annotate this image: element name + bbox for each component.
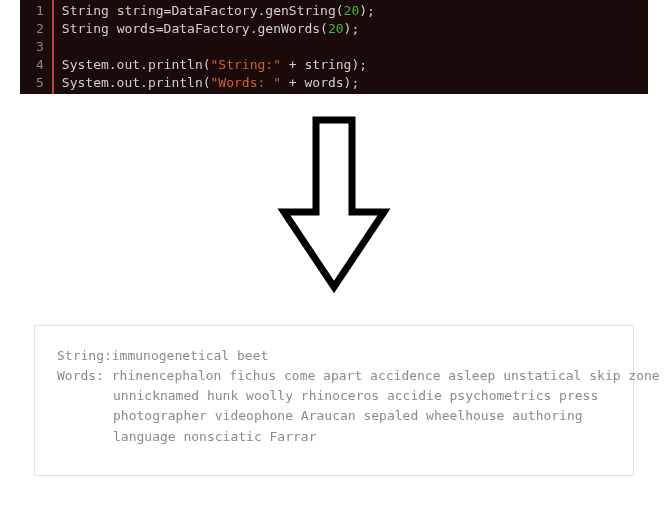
code-line: String words=DataFactory.genWords(20); bbox=[62, 20, 640, 38]
line-number: 2 bbox=[36, 20, 44, 38]
output-words-value: rhinencephalon fichus come apart acciden… bbox=[112, 368, 660, 383]
line-number: 3 bbox=[36, 38, 44, 56]
output-words-label: Words: bbox=[57, 368, 112, 383]
code-body: String string=DataFactory.genString(20);… bbox=[54, 0, 648, 94]
code-line: System.out.println("Words: " + words); bbox=[62, 74, 640, 92]
code-line: System.out.println("String:" + string); bbox=[62, 56, 640, 74]
line-number-gutter: 1 2 3 4 5 bbox=[20, 0, 54, 94]
output-string-label: String: bbox=[57, 348, 112, 363]
console-output: String:immunogenetical beet Words: rhine… bbox=[34, 325, 634, 476]
output-string-line: String:immunogenetical beet bbox=[57, 346, 611, 366]
output-words-cont: language nonsciatic Farrar bbox=[57, 427, 611, 447]
code-line bbox=[62, 38, 640, 56]
output-words-cont: photographer videophone Araucan sepaled … bbox=[57, 406, 611, 426]
down-arrow-icon bbox=[274, 112, 394, 297]
line-number: 5 bbox=[36, 74, 44, 92]
code-line: String string=DataFactory.genString(20); bbox=[62, 2, 640, 20]
arrow-container bbox=[0, 94, 668, 325]
output-string-value: immunogenetical beet bbox=[112, 348, 269, 363]
code-editor: 1 2 3 4 5 String string=DataFactory.genS… bbox=[20, 0, 648, 94]
line-number: 1 bbox=[36, 2, 44, 20]
line-number: 4 bbox=[36, 56, 44, 74]
output-words-cont: unnicknamed hunk woolly rhinoceros accid… bbox=[57, 386, 611, 406]
output-words-line: Words: rhinencephalon fichus come apart … bbox=[57, 366, 611, 386]
